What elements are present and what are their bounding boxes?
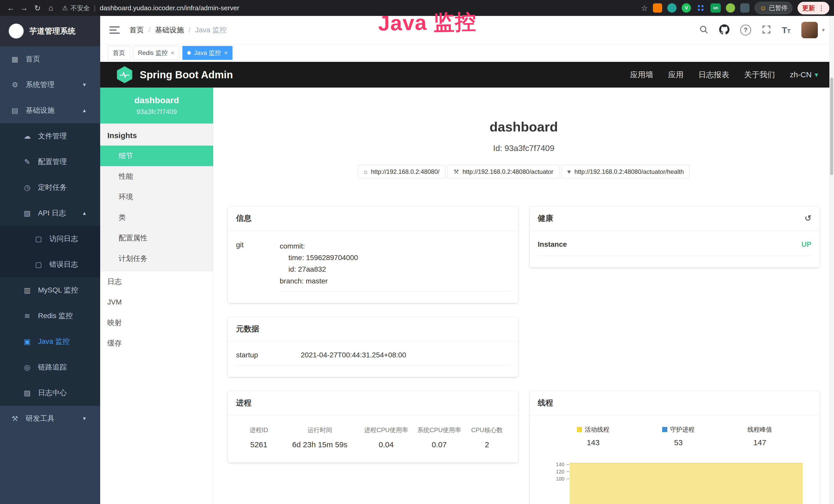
sba-nav-about[interactable]: 关于我们 (744, 70, 775, 80)
service-url-button[interactable]: ⌂ http://192.168.0.2:48080/ (358, 165, 445, 179)
log-icon: ▢ (34, 235, 43, 243)
sidebar-item-home[interactable]: ▦ 首页 (0, 46, 100, 72)
tab-redis-monitor[interactable]: Redis 监控 × (133, 46, 179, 60)
sba-item-mappings[interactable]: 映射 (100, 313, 213, 333)
locale-label: zh-CN (790, 70, 812, 79)
sba-item-classes[interactable]: 类 (100, 207, 213, 228)
security-warning[interactable]: ⚠ 不安全 (62, 4, 90, 12)
monitor-icon: ▤ (10, 106, 20, 115)
kebab-menu-icon[interactable]: ⋮ (818, 4, 825, 12)
github-icon[interactable] (719, 24, 729, 36)
sidebar-item-label: 系统管理 (26, 80, 54, 90)
breadcrumb-home[interactable]: 首页 (129, 25, 144, 35)
back-icon[interactable]: ← (5, 2, 17, 14)
legend-active-threads: 活动线程 143 (577, 426, 609, 447)
extension-leaf-icon[interactable] (726, 3, 735, 13)
sba-item-logs[interactable]: 日志 (100, 271, 213, 292)
profile-paused-badge[interactable]: ☺ 已暂停 (755, 2, 792, 14)
health-url-button[interactable]: ♥ http://192.168.0.2:48080/actuator/heal… (561, 165, 690, 179)
sba-nav-applications[interactable]: 应用 (668, 70, 683, 80)
sidebar-item-java-monitor[interactable]: ▣ Java 监控 (0, 329, 100, 354)
forward-icon[interactable]: → (18, 2, 30, 14)
app-title: 芋道管理系统 (29, 26, 75, 37)
help-icon[interactable]: ? (740, 25, 751, 36)
paused-label: 已暂停 (769, 4, 788, 12)
font-size-icon[interactable]: TT (782, 25, 791, 35)
metadata-value: 2021-04-27T00:44:31.254+08:00 (301, 351, 406, 359)
sba-nav-wallboard[interactable]: 应用墙 (630, 70, 653, 80)
sidebar-item-scheduled-tasks[interactable]: ◷ 定时任务 (0, 175, 100, 200)
sidebar-item-system-management[interactable]: ⚙ 系统管理 ▾ (0, 72, 100, 97)
url-text[interactable]: dashboard.yudao.iocoder.cn/infra/admin-s… (100, 4, 239, 12)
extension-drop-icon[interactable] (667, 3, 677, 13)
extensions-puzzle-icon[interactable] (740, 3, 749, 13)
close-icon[interactable]: × (171, 49, 174, 56)
process-cpu-usage: 进程CPU使用率 0.04 (359, 426, 413, 449)
sidebar-item-label: 错误日志 (49, 259, 78, 269)
threads-chart-plot (570, 461, 803, 504)
sidebar-item-label: 定时任务 (38, 183, 67, 192)
extension-fox-icon[interactable] (653, 3, 662, 13)
sidebar-logo-row[interactable]: 芋道管理系统 (0, 16, 100, 46)
sidebar-item-trace[interactable]: ◎ 链路追踪 (0, 354, 100, 380)
address-bar[interactable]: ⚠ 不安全 | dashboard.yudao.iocoder.cn/infra… (62, 4, 239, 12)
actuator-url-button[interactable]: ⚒ http://192.168.0.2:48080/actuator (447, 165, 559, 179)
sidebar-menu: ▦ 首页 ⚙ 系统管理 ▾ ▤ 基础设施 ▴ ☁ 文件管理 (0, 46, 100, 504)
sidebar-item-api-logs[interactable]: ▧ API 日志 ▴ (0, 200, 100, 226)
sidebar-item-access-logs[interactable]: ▢ 访问日志 (0, 226, 100, 252)
sidebar-item-label: 配置管理 (38, 157, 67, 167)
sba-item-caches[interactable]: 缓存 (100, 333, 213, 353)
document-icon: ▧ (23, 209, 32, 217)
sba-item-details[interactable]: 细节 (100, 145, 213, 166)
spring-boot-admin: Spring Boot Admin 应用墙 应用 日志报表 关于我们 zh-CN… (100, 62, 834, 504)
search-icon[interactable] (699, 25, 708, 35)
fullscreen-icon[interactable] (762, 25, 771, 35)
sba-item-config-props[interactable]: 配置属性 (100, 228, 213, 248)
breadcrumb: 首页 / 基础设施 / Java 监控 (129, 25, 227, 35)
redis-icon: ≋ (23, 312, 32, 320)
sidebar-item-mysql-monitor[interactable]: ▥ MySQL 监控 (0, 277, 100, 303)
process-uptime: 运行时间 6d 23h 15m 59s (280, 426, 359, 449)
extension-vue-icon[interactable]: V (682, 3, 691, 13)
instance-header[interactable]: dashboard 93a3fc7f7409 (100, 88, 213, 123)
sidebar-item-config-management[interactable]: ✎ 配置管理 (0, 149, 100, 175)
sidebar-item-label: 访问日志 (49, 234, 78, 244)
sidebar-item-label: 首页 (26, 54, 40, 64)
sidebar-item-redis-monitor[interactable]: ≋ Redis 监控 (0, 303, 100, 329)
sba-item-scheduled[interactable]: 计划任务 (100, 248, 213, 269)
history-icon[interactable]: ↺ (805, 213, 811, 223)
sidebar-item-dev-tools[interactable]: ⚒ 研发工具 ▾ (0, 406, 100, 431)
page-scrollbar[interactable] (829, 16, 834, 504)
cards-grid: 信息 git commit: time: 1596289704000 id: 2 (214, 206, 834, 504)
sba-nav: 应用墙 应用 日志报表 关于我们 zh-CN ▾ (630, 70, 818, 80)
sba-item-metrics[interactable]: 性能 (100, 166, 213, 187)
home-icon[interactable]: ⌂ (45, 2, 57, 14)
browser-actions: ☆ V on ☺ 已暂停 更新 ⋮ (641, 2, 829, 15)
dashboard-icon: ▦ (10, 55, 20, 63)
tab-home[interactable]: 首页 (108, 46, 130, 60)
process-card-title: 进程 (228, 391, 518, 415)
avatar[interactable] (802, 22, 818, 38)
bookmark-star-icon[interactable]: ☆ (641, 4, 648, 13)
sidebar-item-label: 基础设施 (26, 106, 54, 115)
sidebar-item-error-logs[interactable]: ▢ 错误日志 (0, 252, 100, 277)
sidebar-item-log-center[interactable]: ▨ 日志中心 (0, 380, 100, 406)
extension-grid-icon[interactable] (696, 3, 705, 13)
sidebar-item-infrastructure[interactable]: ▤ 基础设施 ▴ (0, 97, 100, 123)
sba-nav-journal[interactable]: 日志报表 (698, 70, 729, 80)
sba-locale-select[interactable]: zh-CN ▾ (790, 70, 818, 79)
scrollbar-thumb[interactable] (830, 77, 833, 175)
tab-java-monitor[interactable]: Java 监控 × (182, 46, 233, 60)
hamburger-icon[interactable] (109, 26, 120, 33)
sidebar-item-file-management[interactable]: ☁ 文件管理 (0, 123, 100, 149)
reload-icon[interactable]: ↻ (31, 2, 44, 14)
breadcrumb-infrastructure[interactable]: 基础设施 (155, 25, 184, 35)
update-button[interactable]: 更新 ⋮ (797, 2, 829, 15)
sba-brand[interactable]: Spring Boot Admin (116, 66, 233, 83)
extension-on-badge[interactable]: on (710, 3, 721, 13)
sba-item-environment[interactable]: 环境 (100, 187, 213, 207)
avatar-caret-icon[interactable]: ▾ (822, 27, 825, 33)
close-icon[interactable]: × (224, 49, 227, 56)
sba-item-jvm[interactable]: JVM (100, 292, 213, 313)
sba-header: Spring Boot Admin 应用墙 应用 日志报表 关于我们 zh-CN… (100, 62, 834, 88)
